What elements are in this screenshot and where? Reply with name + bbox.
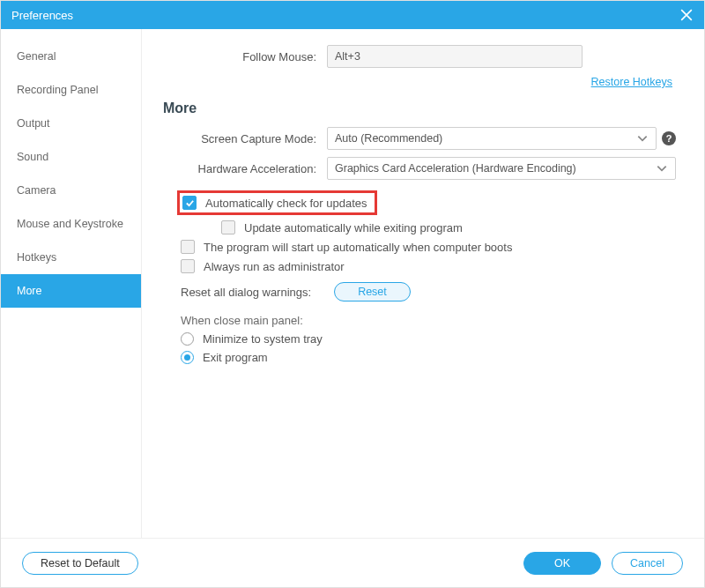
help-icon[interactable]: ? [662, 131, 676, 145]
reset-dialogs-button[interactable]: Reset [334, 282, 411, 301]
sidebar-item-hotkeys[interactable]: Hotkeys [1, 241, 141, 274]
minimize-tray-label: Minimize to system tray [203, 332, 323, 346]
content-area: General Recording Panel Output Sound Cam… [1, 29, 704, 538]
sidebar-item-output[interactable]: Output [1, 107, 141, 140]
sidebar-item-general[interactable]: General [1, 40, 141, 73]
sidebar: General Recording Panel Output Sound Cam… [1, 29, 142, 538]
row-minimize-tray: Minimize to system tray [181, 332, 676, 346]
screen-capture-select[interactable]: Auto (Recommended) [327, 127, 657, 150]
hw-accel-row: Hardware Acceleration: Graphics Card Acc… [160, 157, 676, 180]
exit-program-label: Exit program [203, 351, 268, 364]
start-on-boot-label: The program will start up automatically … [204, 241, 512, 254]
run-admin-label: Always run as administrator [204, 260, 345, 273]
sidebar-item-sound[interactable]: Sound [1, 140, 141, 174]
sidebar-item-camera[interactable]: Camera [1, 174, 141, 207]
update-on-exit-label: Update automatically while exiting progr… [244, 221, 463, 234]
follow-mouse-row: Follow Mouse: [160, 45, 676, 68]
row-exit-program: Exit program [181, 351, 676, 364]
hw-accel-select[interactable]: Graphics Card Acceleration (Hardware Enc… [327, 157, 676, 180]
sidebar-item-mouse-keystroke[interactable]: Mouse and Keystroke [1, 207, 141, 241]
restore-hotkeys-link[interactable]: Restore Hotkeys [591, 76, 672, 88]
screen-capture-row: Screen Capture Mode: Auto (Recommended) … [160, 127, 676, 150]
checkbox-run-admin[interactable] [181, 259, 195, 273]
row-start-on-boot: The program will start up automatically … [181, 240, 676, 254]
titlebar: Preferences [1, 1, 704, 29]
settings-panel: Follow Mouse: Restore Hotkeys More Scree… [142, 29, 704, 538]
window-title: Preferences [11, 9, 73, 22]
screen-capture-value: Auto (Recommended) [335, 132, 442, 145]
cancel-button[interactable]: Cancel [612, 552, 683, 575]
follow-mouse-input[interactable] [327, 45, 583, 68]
highlight-auto-update: Automatically check for updates [177, 190, 377, 215]
reset-dialogs-row: Reset all dialog warnings: Reset [181, 282, 676, 301]
hw-accel-value: Graphics Card Acceleration (Hardware Enc… [335, 162, 576, 175]
sidebar-item-recording-panel[interactable]: Recording Panel [1, 73, 141, 107]
checkbox-update-on-exit[interactable] [221, 220, 235, 234]
reset-dialogs-label: Reset all dialog warnings: [181, 286, 311, 299]
row-update-on-exit: Update automatically while exiting progr… [221, 220, 676, 234]
checkbox-auto-update[interactable] [182, 196, 197, 210]
footer: Reset to Default OK Cancel [1, 538, 704, 587]
radio-exit-program[interactable] [181, 351, 194, 364]
reset-default-button[interactable]: Reset to Default [22, 552, 138, 575]
row-run-admin: Always run as administrator [181, 259, 676, 273]
close-icon[interactable] [679, 8, 694, 22]
sidebar-item-more[interactable]: More [1, 274, 141, 308]
follow-mouse-label: Follow Mouse: [160, 50, 327, 63]
auto-update-label: Automatically check for updates [205, 197, 367, 210]
radio-minimize-tray[interactable] [181, 332, 194, 346]
section-title-more: More [163, 100, 676, 116]
screen-capture-label: Screen Capture Mode: [160, 132, 327, 145]
chevron-down-icon [636, 132, 649, 145]
close-panel-label: When close main panel: [181, 314, 676, 327]
checkbox-start-on-boot[interactable] [181, 240, 195, 254]
ok-button[interactable]: OK [523, 552, 601, 575]
chevron-down-icon [656, 162, 668, 175]
hw-accel-label: Hardware Acceleration: [160, 162, 327, 175]
